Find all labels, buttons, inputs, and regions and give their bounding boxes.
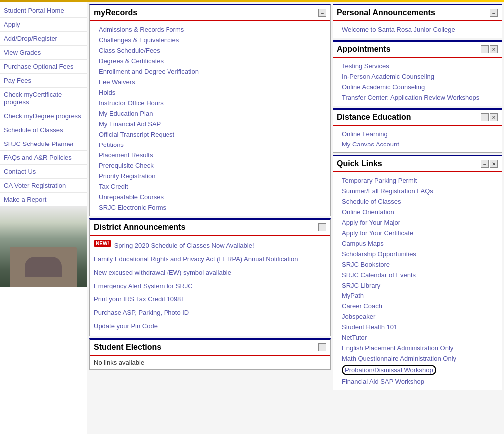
announcement-link[interactable]: Emergency Alert System for SRJC: [94, 281, 193, 291]
welcome-link[interactable]: Welcome to Santa Rosa Junior College: [337, 24, 498, 35]
sidebar: Student Portal HomeApplyAdd/Drop/Registe…: [0, 2, 87, 434]
sidebar-item-srjc-schedule-planner[interactable]: SRJC Schedule Planner: [0, 137, 87, 151]
my-records-link[interactable]: Unrepeatable Courses: [94, 192, 326, 202]
sidebar-item-view-grades[interactable]: View Grades: [0, 46, 87, 60]
elections-header: Student Elections –: [90, 340, 330, 356]
my-records-link[interactable]: Degrees & Certificates: [94, 56, 326, 66]
close-button-appointments[interactable]: ✕: [490, 45, 498, 53]
quicklink-item[interactable]: SRJC Bookstore: [337, 259, 498, 270]
district-announcements-panel: District Announcements – NEW!Spring 2020…: [89, 218, 331, 336]
minimize-button-personal[interactable]: –: [490, 9, 498, 17]
my-records-link[interactable]: Fee Waivers: [94, 77, 326, 87]
sidebar-item-schedule-of-classes[interactable]: Schedule of Classes: [0, 123, 87, 137]
quicklink-probation[interactable]: Probation/Dismissal Workshop: [342, 365, 436, 375]
district-body: NEW!Spring 2020 Schedule of Classes Now …: [90, 236, 330, 336]
my-records-link[interactable]: Official Transcript Request: [94, 129, 326, 140]
quicklink-item[interactable]: Online Orientation: [337, 207, 498, 217]
announcement-link[interactable]: Family Educational Rights and Privacy Ac…: [94, 254, 298, 264]
my-records-link[interactable]: Priority Registration: [94, 171, 326, 181]
quicklink-item[interactable]: Student Health 101: [337, 322, 498, 332]
my-records-panel: myRecords – Admissions & Records FormsCh…: [89, 4, 331, 216]
my-records-link[interactable]: Tax Credit: [94, 181, 326, 192]
sidebar-item-add-drop-register[interactable]: Add/Drop/Register: [0, 32, 87, 46]
personal-title: Personal Announcements: [337, 8, 435, 17]
announcement-link[interactable]: Print your IRS Tax Credit 1098T: [94, 294, 185, 304]
my-records-link[interactable]: Prerequisite Check: [94, 160, 326, 171]
sidebar-item-ca-voter-registration[interactable]: CA Voter Registration: [0, 179, 87, 193]
minimize-button-district[interactable]: –: [318, 223, 326, 231]
quicklink-item[interactable]: Schedule of Classes: [337, 196, 498, 207]
quicklink-item[interactable]: Temporary Parking Permit: [337, 175, 498, 186]
quicklink-item[interactable]: Summer/Fall Registration FAQs: [337, 186, 498, 196]
quicklink-item[interactable]: SRJC Library: [337, 280, 498, 290]
my-records-link[interactable]: Admissions & Records Forms: [94, 24, 326, 35]
quicklink-item[interactable]: Math Questionnaire Administration Only: [337, 353, 498, 364]
my-records-link[interactable]: Enrollment and Degree Verification: [94, 66, 326, 77]
appointment-link[interactable]: Testing Services: [337, 61, 498, 71]
elections-body: No links available: [90, 356, 330, 369]
sidebar-item-check-mydegree-progress[interactable]: Check myDegree progress: [0, 109, 87, 123]
quicklink-item[interactable]: Career Coach: [337, 301, 498, 311]
announcement-item: Print your IRS Tax Credit 1098T: [94, 292, 326, 306]
my-records-link[interactable]: Petitions: [94, 140, 326, 150]
my-records-link[interactable]: SRJC Electronic Forms: [94, 202, 326, 213]
appointments-body: Testing ServicesIn-Person Academic Couns…: [333, 58, 502, 106]
sidebar-item-apply[interactable]: Apply: [0, 18, 87, 32]
my-records-link[interactable]: Holds: [94, 87, 326, 98]
right-column: Personal Announcements – Welcome to Sant…: [333, 4, 502, 434]
quicklinks-controls: – ✕: [481, 160, 498, 168]
personal-header: Personal Announcements –: [333, 5, 502, 21]
main-content: myRecords – Admissions & Records FormsCh…: [87, 2, 504, 434]
distance-link[interactable]: My Canvas Account: [337, 139, 498, 149]
my-records-link[interactable]: My Education Plan: [94, 108, 326, 119]
quicklink-item[interactable]: Apply for Your Certificate: [337, 228, 498, 238]
quicklink-item[interactable]: SRJC Calendar of Events: [337, 270, 498, 280]
quicklink-item[interactable]: Jobspeaker: [337, 311, 498, 322]
sidebar-item-contact-us[interactable]: Contact Us: [0, 165, 87, 179]
quicklink-item[interactable]: English Placement Administration Only: [337, 343, 498, 353]
announcement-item: Family Educational Rights and Privacy Ac…: [94, 252, 326, 266]
minimize-button-elections[interactable]: –: [318, 343, 326, 351]
elections-controls: –: [318, 343, 326, 351]
quick-links-panel: Quick Links – ✕ Temporary Parking Permit…: [333, 155, 502, 390]
announcement-item: Update your Pin Code: [94, 319, 326, 333]
appointment-link[interactable]: Online Academic Counseling: [337, 82, 498, 92]
my-records-link[interactable]: My Financial Aid SAP: [94, 119, 326, 129]
my-records-link[interactable]: Class Schedule/Fees: [94, 45, 326, 56]
announcement-link[interactable]: Spring 2020 Schedule of Classes Now Avai…: [114, 240, 254, 251]
sidebar-item-student-portal-home[interactable]: Student Portal Home: [0, 4, 87, 18]
my-records-header: myRecords –: [90, 5, 330, 21]
quicklink-item[interactable]: Scholarship Opportunities: [337, 249, 498, 259]
quicklink-item[interactable]: Apply for Your Major: [337, 217, 498, 228]
quicklink-item[interactable]: NetTutor: [337, 332, 498, 343]
quicklink-item[interactable]: Financial Aid SAP Workshop: [337, 376, 498, 387]
elections-title: Student Elections: [94, 343, 161, 352]
my-records-link[interactable]: Placement Results: [94, 150, 326, 160]
page-wrapper: Student Portal HomeApplyAdd/Drop/Registe…: [0, 2, 504, 434]
announcement-link[interactable]: New excused withdrawal (EW) symbol avail…: [94, 267, 231, 278]
distance-title: Distance Education: [337, 113, 411, 122]
minimize-button[interactable]: –: [318, 9, 326, 17]
minimize-button-distance[interactable]: –: [481, 113, 489, 121]
my-records-link[interactable]: Challenges & Equivalencies: [94, 35, 326, 45]
sidebar-item-make-a-report[interactable]: Make a Report: [0, 193, 87, 207]
minimize-button-quicklinks[interactable]: –: [481, 160, 489, 168]
quicklink-item[interactable]: MyPath: [337, 290, 498, 301]
distance-link[interactable]: Online Learning: [337, 129, 498, 139]
announcement-link[interactable]: Purchase ASP, Parking, Photo ID: [94, 307, 189, 318]
minimize-button-appointments[interactable]: –: [481, 45, 489, 53]
close-button-distance[interactable]: ✕: [490, 113, 498, 121]
my-records-link[interactable]: Instructor Office Hours: [94, 98, 326, 108]
appointment-link[interactable]: Transfer Center: Application Review Work…: [337, 92, 498, 103]
appointments-header: Appointments – ✕: [333, 42, 502, 58]
quicklinks-body: Temporary Parking PermitSummer/Fall Regi…: [333, 172, 502, 390]
sidebar-item-check-mycertificate-progress[interactable]: Check myCertificate progress: [0, 88, 87, 109]
sidebar-item-faqs-and-ar-policies[interactable]: FAQs and A&R Policies: [0, 151, 87, 165]
appointment-link[interactable]: In-Person Academic Counseling: [337, 71, 498, 82]
close-button-quicklinks[interactable]: ✕: [490, 160, 498, 168]
campus-image: [0, 207, 87, 287]
quicklink-item[interactable]: Campus Maps: [337, 238, 498, 249]
sidebar-item-pay-fees[interactable]: Pay Fees: [0, 74, 87, 88]
sidebar-item-purchase-optional-fees[interactable]: Purchase Optional Fees: [0, 60, 87, 74]
announcement-link[interactable]: Update your Pin Code: [94, 321, 158, 331]
